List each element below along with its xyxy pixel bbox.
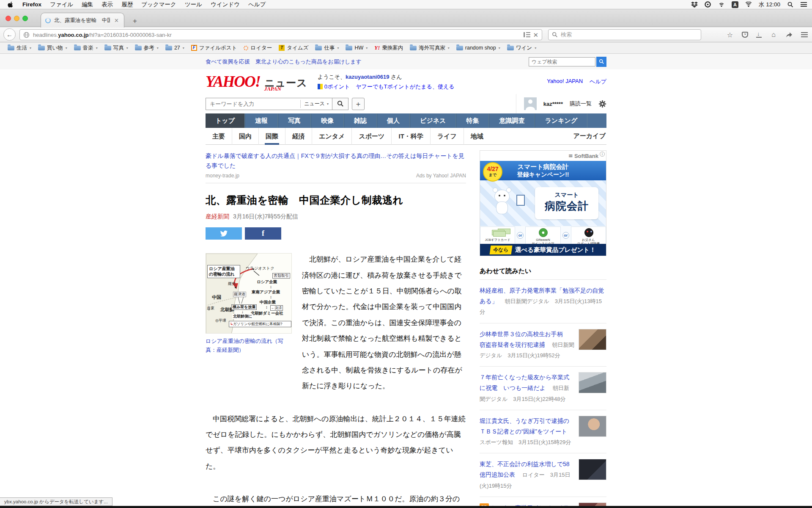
- menu-history[interactable]: 履歴: [117, 1, 137, 8]
- browser-search-bar[interactable]: 検索: [548, 29, 701, 40]
- settings-gear-icon[interactable]: [598, 100, 606, 108]
- top-ad-adsby[interactable]: Ads by Yahoo! JAPAN: [416, 173, 466, 179]
- promo-link[interactable]: 食べて復興を応援 東北より心のこもった商品をお届けします: [206, 58, 362, 66]
- yahoo-logo[interactable]: YAHOO! JAPAN ニュース: [206, 74, 307, 90]
- bookmark-folder-kaimono[interactable]: 買い物: [35, 42, 71, 54]
- subscription-list-link[interactable]: 購読一覧: [570, 100, 592, 108]
- yahoo-japan-link[interactable]: Yahoo! JAPAN: [547, 78, 583, 86]
- bookmark-filepost[interactable]: Fファイルポスト: [188, 42, 241, 54]
- nav-top[interactable]: トップ: [206, 113, 245, 128]
- menu-file[interactable]: ファイル: [46, 1, 77, 8]
- tab-close-icon[interactable]: ✕: [113, 17, 120, 24]
- apple-icon[interactable]: [8, 1, 14, 8]
- top-ad-link[interactable]: 豪ドル暴落で破産する人の共通点｜FXで９割が大損する真の理由…その答えは毎日チャ…: [206, 151, 466, 171]
- related-thumbnail[interactable]: [579, 329, 606, 350]
- subnav-it-kagaku[interactable]: IT・科学: [391, 128, 430, 145]
- window-zoom-button[interactable]: [22, 16, 28, 21]
- figure-caption-link[interactable]: ロシア産重油の密輸の流れ（写真：産経新聞）: [206, 337, 292, 355]
- menu-tools[interactable]: ツール: [181, 1, 206, 8]
- nav-eizou[interactable]: 映像: [311, 113, 344, 128]
- window-close-button[interactable]: [5, 16, 11, 21]
- facebook-share-button[interactable]: f: [245, 227, 281, 240]
- bookmark-folder-hw[interactable]: HW: [342, 42, 371, 54]
- new-tab-button[interactable]: +: [130, 17, 140, 25]
- pocket-icon[interactable]: [742, 32, 748, 38]
- menu-bookmarks[interactable]: ブックマーク: [137, 1, 181, 8]
- bookmark-folder-shashin[interactable]: 写真: [101, 42, 132, 54]
- account-id[interactable]: kaz*****: [543, 101, 563, 107]
- keyboard-backlight-icon[interactable]: [718, 1, 725, 8]
- avatar[interactable]: [524, 97, 537, 110]
- subnav-entame[interactable]: エンタメ: [312, 128, 351, 145]
- nav-shashin[interactable]: 写真: [278, 113, 311, 128]
- search-category-dropdown[interactable]: ニュース: [300, 100, 332, 108]
- menu-edit[interactable]: 編集: [77, 1, 97, 8]
- back-button[interactable]: ←: [3, 28, 16, 41]
- menubar-clock[interactable]: 水 12:00: [759, 1, 780, 8]
- related-link[interactable]: 堀江貴文氏、うなぎ万引で逮捕のＴＢＳ記者との“因縁”をツイート: [480, 417, 569, 435]
- reader-mode-icon[interactable]: [524, 32, 529, 37]
- browser-tab[interactable]: 北、露重油を密輸 中国企... ✕: [41, 13, 124, 28]
- dropbox-icon[interactable]: [691, 1, 698, 8]
- web-search-input[interactable]: [529, 57, 595, 66]
- menu-help[interactable]: ヘルプ: [244, 1, 270, 8]
- help-link[interactable]: ヘルプ: [590, 78, 606, 86]
- subnav-kokunai[interactable]: 国内: [232, 128, 258, 145]
- related-thumbnail[interactable]: [579, 416, 606, 437]
- menubar-app-name[interactable]: Firefox: [18, 1, 46, 8]
- nav-kojin[interactable]: 個人: [377, 113, 410, 128]
- username-link[interactable]: kazuyaotani0619: [346, 74, 389, 80]
- bookmark-folder-kaigai[interactable]: 海外写真家: [406, 42, 453, 54]
- web-search-button[interactable]: [596, 57, 606, 67]
- menu-window[interactable]: ウインドウ: [206, 1, 244, 8]
- bookmark-folder-ongaku[interactable]: 音楽: [71, 42, 101, 54]
- nav-business[interactable]: ビジネス: [410, 113, 456, 128]
- bookmark-folder-shigoto[interactable]: 仕事: [312, 42, 342, 54]
- bookmark-folder-seikatsu[interactable]: 生活: [4, 42, 35, 54]
- nav-sokuhou[interactable]: 速報: [245, 113, 278, 128]
- bookmark-times[interactable]: Tタイムズ: [275, 42, 312, 54]
- archive-link[interactable]: アーカイブ: [573, 132, 606, 140]
- subnav-kokusai[interactable]: 国際: [258, 128, 285, 145]
- subnav-sports[interactable]: スポーツ: [351, 128, 391, 145]
- nav-ranking[interactable]: ランキング: [535, 113, 587, 128]
- url-bar[interactable]: headlines.yahoo.co.jp/hl?a=20160316-0000…: [19, 29, 542, 40]
- share-icon[interactable]: [785, 31, 793, 39]
- keyword-search-input[interactable]: [210, 101, 300, 107]
- bookmark-folder-sankou[interactable]: 参考: [132, 42, 162, 54]
- ad-info-icon[interactable]: i: [600, 152, 605, 157]
- nav-tokushuu[interactable]: 特集: [456, 113, 489, 128]
- points-note-link[interactable]: ヤフーでもTポイントがたまる、使える: [356, 83, 454, 91]
- bookmark-folder-wine[interactable]: ワイン: [504, 42, 540, 54]
- subnav-keizai[interactable]: 経済: [285, 128, 312, 145]
- article-source-link[interactable]: 産経新聞: [206, 213, 229, 220]
- spotlight-icon[interactable]: [787, 1, 794, 8]
- bookmark-folder-randomshop[interactable]: random shop: [453, 42, 504, 54]
- add-search-button[interactable]: ＋: [352, 98, 365, 110]
- notification-center-icon[interactable]: [801, 2, 807, 7]
- twitter-share-button[interactable]: [206, 227, 242, 240]
- creative-cloud-icon[interactable]: [705, 1, 711, 8]
- home-icon[interactable]: ⌂: [770, 31, 777, 39]
- nav-ishikichousa[interactable]: 意識調査: [489, 113, 535, 128]
- nav-zasshi[interactable]: 雑誌: [344, 113, 377, 128]
- subnav-shuyou[interactable]: 主要: [206, 128, 232, 145]
- wifi-icon[interactable]: [745, 1, 752, 8]
- points-link[interactable]: 0ポイント: [324, 83, 350, 91]
- menu-hamburger-icon[interactable]: [801, 32, 808, 37]
- downloads-icon[interactable]: [756, 32, 762, 38]
- input-source-icon[interactable]: A: [732, 1, 738, 8]
- smuggling-route-map-image[interactable]: ロシア産重油の密輸の流れ ウラジオストク 書類取引 ロシア企業 ↕ 東南アジア企…: [206, 253, 292, 334]
- bookmark-folder-27[interactable]: 27: [162, 42, 188, 54]
- bookmark-star-icon[interactable]: ☆: [726, 31, 734, 39]
- news-search-button[interactable]: [332, 98, 348, 110]
- softbank-ad-banner[interactable]: 〓 SoftBank i 4/27 まで スマート病院会計 登録キャンペーン!!: [480, 150, 606, 256]
- bookmark-reuters[interactable]: ロイター: [240, 42, 275, 54]
- stop-loading-icon[interactable]: ✕: [533, 32, 538, 38]
- url-text[interactable]: headlines.yahoo.co.jp/hl?a=20160316-0000…: [33, 32, 520, 38]
- related-thumbnail[interactable]: [579, 459, 606, 480]
- subnav-life[interactable]: ライフ: [430, 128, 464, 145]
- menu-view[interactable]: 表示: [97, 1, 117, 8]
- bookmark-norikae[interactable]: Y!乗換案内: [371, 42, 406, 54]
- subnav-chiiki[interactable]: 地域: [464, 128, 490, 145]
